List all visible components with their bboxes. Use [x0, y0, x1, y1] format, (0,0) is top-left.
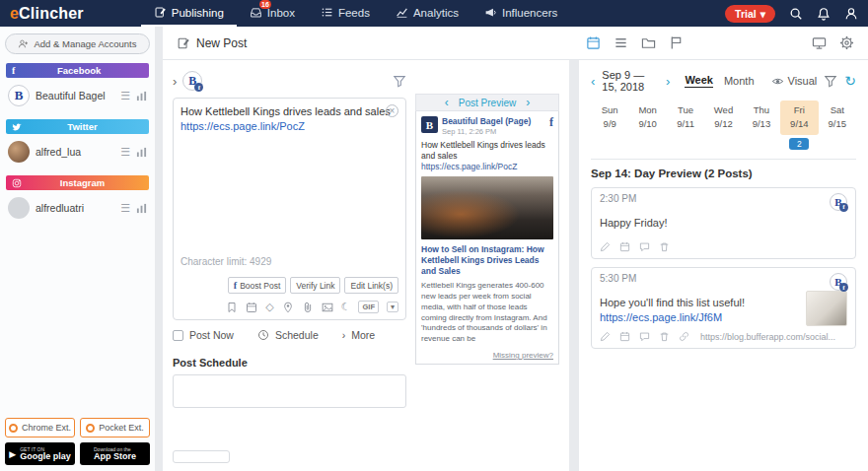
chrome-extension-button[interactable]: Chrome Ext.: [5, 418, 75, 437]
add-user-icon: [18, 38, 29, 49]
user-icon[interactable]: [844, 7, 858, 21]
attachment-icon[interactable]: [302, 302, 314, 313]
flag-icon[interactable]: [669, 35, 684, 50]
publishing-icon: [154, 6, 167, 19]
trial-button[interactable]: Trial▾: [725, 5, 775, 23]
schedule-button[interactable]: Schedule: [275, 329, 319, 341]
search-icon[interactable]: [789, 7, 803, 21]
folder-icon[interactable]: [641, 35, 656, 50]
scheduled-post-card[interactable]: 2:30 PM Bf Happy Friday!: [591, 187, 856, 260]
preview-link-title[interactable]: How to Sell on Instagram: How Kettlebell…: [421, 244, 553, 277]
hamburger-icon[interactable]: ☰: [120, 203, 130, 214]
delete-icon[interactable]: [659, 331, 670, 342]
chevron-left-icon[interactable]: ‹: [445, 96, 449, 109]
day-cell-tue[interactable]: Tue9/11: [667, 101, 704, 135]
next-week-icon[interactable]: ›: [666, 74, 670, 89]
day-cell-mon[interactable]: Mon9/10: [628, 101, 666, 135]
scheduled-post-card[interactable]: 5:30 PM Bf Hope you'll find this list us…: [591, 267, 856, 349]
pocket-extension-button[interactable]: Pocket Ext.: [80, 418, 150, 437]
day-cell-sat[interactable]: Sat9/15: [819, 101, 856, 135]
nav-analytics[interactable]: Analytics: [383, 0, 471, 27]
day-cell-wed[interactable]: Wed9/12: [704, 101, 742, 135]
chevron-right-icon: ›: [342, 329, 346, 341]
calendar-icon[interactable]: [246, 302, 257, 313]
twitter-network-label: Twitter: [22, 121, 143, 132]
facebook-preview-card: B Beautiful Bagel (Page) Sep 11, 2:26 PM…: [415, 111, 559, 365]
character-limit: Character limit: 4929: [181, 256, 398, 267]
app-logo[interactable]: eClincher: [10, 5, 84, 23]
facebook-network-label: Facebook: [15, 65, 143, 76]
post-text-input[interactable]: How Kettlebell Kings drives leads and sa…: [181, 104, 398, 252]
edit-links-button[interactable]: Edit Link(s): [344, 277, 398, 294]
facebook-network-bar[interactable]: f Facebook: [6, 63, 149, 78]
screen-icon[interactable]: [812, 35, 827, 50]
avatar: [8, 197, 30, 219]
preview-post-link[interactable]: https://ecs.page.link/PocZ: [421, 162, 517, 171]
verify-link-button[interactable]: Verify Link: [290, 277, 340, 294]
calendar-icon[interactable]: [619, 241, 630, 252]
location-pin-icon[interactable]: [282, 302, 294, 313]
nav-analytics-label: Analytics: [413, 7, 459, 19]
refresh-icon[interactable]: ↻: [844, 73, 856, 89]
account-row-instagram[interactable]: alfredluatri ☰: [5, 193, 150, 223]
post-now-checkbox[interactable]: [173, 330, 183, 341]
stats-icon[interactable]: [136, 203, 147, 214]
nav-influencers[interactable]: Influencers: [471, 0, 570, 27]
edit-icon[interactable]: [600, 331, 611, 342]
tab-week[interactable]: Week: [685, 74, 713, 88]
crescent-icon[interactable]: ☾: [341, 302, 351, 312]
bell-icon[interactable]: [817, 7, 831, 21]
instagram-icon: [12, 178, 22, 188]
tab-visual[interactable]: Visual: [771, 75, 818, 88]
account-row-twitter[interactable]: alfred_lua ☰: [5, 137, 150, 167]
gear-icon[interactable]: [839, 35, 854, 50]
gif-button[interactable]: GIF: [358, 301, 379, 313]
hamburger-icon[interactable]: ☰: [120, 147, 130, 158]
nav-publishing[interactable]: Publishing: [141, 0, 237, 27]
prev-week-icon[interactable]: ‹: [591, 74, 595, 89]
post-link[interactable]: https://ecs.page.link/Jf6M: [600, 311, 722, 323]
filter-icon[interactable]: [393, 74, 406, 88]
nav-feeds[interactable]: Feeds: [308, 0, 383, 27]
delete-icon[interactable]: [659, 241, 670, 252]
facebook-icon: f: [234, 280, 237, 291]
more-button[interactable]: More: [351, 329, 375, 341]
edit-icon[interactable]: [600, 241, 611, 252]
close-icon[interactable]: ×: [386, 104, 398, 117]
post-schedule-box[interactable]: [173, 374, 406, 408]
tab-month[interactable]: Month: [724, 75, 755, 87]
instagram-network-bar[interactable]: Instagram: [6, 175, 149, 190]
post-count-badge[interactable]: 2: [789, 138, 809, 150]
google-play-badge[interactable]: ▶ GET IT ONGoogle play: [5, 442, 75, 465]
calendar-icon[interactable]: [619, 331, 630, 342]
image-icon[interactable]: [322, 302, 333, 313]
stats-icon[interactable]: [136, 91, 147, 101]
stats-icon[interactable]: [136, 147, 147, 158]
day-cell-thu[interactable]: Thu9/13: [743, 101, 780, 135]
app-store-badge[interactable]: Download on theApp Store: [80, 442, 150, 465]
filter-icon[interactable]: [824, 74, 837, 88]
list-view-icon[interactable]: [614, 35, 628, 50]
collapsed-section-stub[interactable]: [173, 450, 230, 463]
chevron-right-icon[interactable]: ›: [526, 96, 530, 109]
hamburger-icon[interactable]: ☰: [120, 91, 130, 101]
calendar-icon[interactable]: [586, 35, 601, 50]
influencers-icon: [484, 6, 497, 19]
comment-icon[interactable]: [639, 331, 650, 342]
comment-icon[interactable]: [639, 241, 650, 252]
bookmark-icon[interactable]: [226, 302, 238, 313]
post-footer-link[interactable]: https://blog.bufferapp.com/social...: [700, 332, 835, 342]
missing-preview-link[interactable]: Missing preview?: [421, 351, 553, 360]
account-row-facebook[interactable]: B Beautiful Bagel ☰: [5, 81, 150, 110]
more-tools-dropdown[interactable]: ▾: [387, 302, 398, 312]
diamond-tag-icon[interactable]: ◇: [265, 302, 273, 312]
post-link[interactable]: https://ecs.page.link/PocZ: [181, 120, 305, 132]
twitter-network-bar[interactable]: Twitter: [6, 119, 149, 134]
boost-post-button[interactable]: fBoost Post: [228, 277, 286, 294]
chevron-expand-icon[interactable]: ›: [173, 74, 177, 89]
add-manage-accounts-button[interactable]: Add & Manage Accounts: [5, 34, 150, 54]
day-cell-fri-selected[interactable]: Fri9/14: [780, 101, 818, 135]
day-cell-sun[interactable]: Sun9/9: [591, 101, 628, 135]
toolbar-settings-icons: [812, 35, 854, 50]
nav-inbox[interactable]: 16 Inbox: [237, 0, 308, 27]
